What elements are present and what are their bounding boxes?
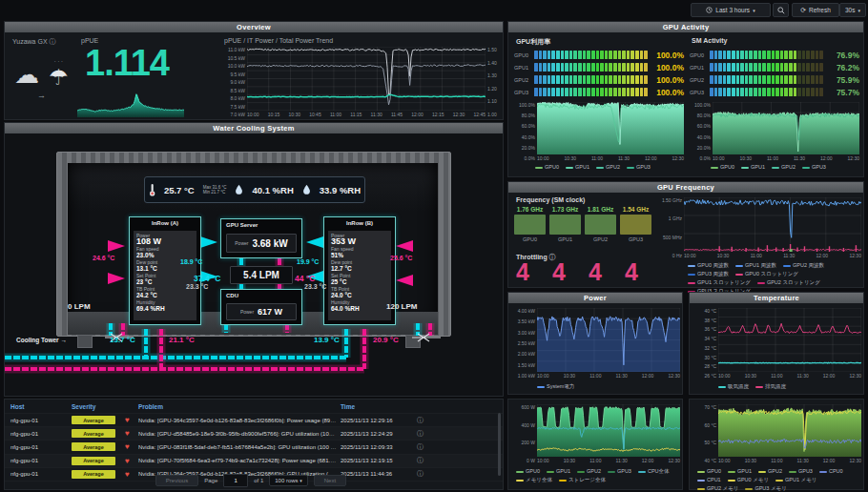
legend-item[interactable]: GPU3 bbox=[802, 164, 826, 171]
cooling-panel-header[interactable]: Water Cooling System bbox=[5, 123, 503, 133]
y-axis: 4.00 kW3.50 kW3.00 kW2.50 kW2.00 kW1.50 … bbox=[512, 308, 537, 379]
legend-item[interactable]: GPU2 bbox=[577, 468, 601, 475]
legend-item[interactable]: GPU0 スロットリング bbox=[735, 271, 798, 277]
legend-item[interactable]: GPU0 bbox=[516, 468, 540, 475]
info-icon[interactable]: ⓘ bbox=[417, 442, 430, 452]
table-row[interactable]: nfg-gpu-01Average♥Nvidia: [GPU-083f1f8-5… bbox=[5, 441, 503, 454]
legend-item[interactable]: GPU2 メモリ bbox=[697, 485, 738, 492]
x-axis: 10:0010:3011:0011:3012:0012:30 bbox=[713, 154, 859, 161]
table-row[interactable]: nfg-gpu-01Average♥Nvidia: [GPU-70f5f684-… bbox=[5, 455, 503, 468]
temperature-panel: Temperature 40 °C38 °C36 °C34 °C32 °C30 … bbox=[689, 292, 864, 395]
power-header[interactable]: Power bbox=[508, 293, 682, 303]
stat-label: GPU0 bbox=[514, 236, 546, 242]
legend-item[interactable]: GPU1 bbox=[566, 164, 589, 171]
gauge-value: 75.9% bbox=[827, 75, 859, 85]
stat-tile bbox=[585, 215, 616, 235]
chevron-down-icon: ▾ bbox=[753, 8, 755, 13]
gpu-activity-header[interactable]: GPU Activity bbox=[508, 22, 863, 32]
col-severity[interactable]: Severity bbox=[72, 403, 125, 410]
env-sensor-bar: 25.7 °C Max 31.6 °CMin 21.7 °C 40.1 %RH … bbox=[144, 176, 365, 203]
legend-item[interactable]: GPU2 bbox=[772, 164, 796, 171]
col-host[interactable]: Host bbox=[10, 403, 72, 410]
legend-item[interactable]: 排気温度 bbox=[755, 383, 786, 390]
series-area bbox=[537, 317, 680, 372]
legend-item[interactable]: GPU2 bbox=[758, 468, 782, 475]
previous-button[interactable]: Previous bbox=[155, 475, 198, 486]
series-area bbox=[537, 102, 684, 154]
throttle-count: 4 bbox=[625, 258, 661, 286]
info-icon[interactable]: ⓘ bbox=[417, 456, 430, 465]
legend-item[interactable]: GPU1 メモリ bbox=[775, 477, 816, 483]
y-axis: 100.0%80.0%60.0%40.0%20.0%0.0% bbox=[688, 102, 713, 161]
inrow-b-power: 353 W bbox=[331, 238, 388, 245]
gpu-activity-panel: GPU Activity GPU利用率 SM Activity GPU0100.… bbox=[507, 21, 864, 177]
table-scrollbar[interactable] bbox=[498, 413, 501, 476]
gauge-row: GPU275.9% bbox=[690, 73, 859, 86]
time-range-picker[interactable]: Last 3 hours ▾ bbox=[691, 3, 771, 17]
gpu-server-cabinet: GPU Server Power 3.68 kW bbox=[220, 218, 302, 258]
component-temp-panel: 70 °C60 °C50 °C40 °C10:0010:3011:0011:30… bbox=[689, 399, 864, 490]
legend-item[interactable]: GPU1 bbox=[741, 164, 765, 171]
legend-item[interactable]: CPU全体 bbox=[638, 468, 670, 475]
legend-item[interactable]: メモリ全体 bbox=[516, 477, 552, 483]
legend-item[interactable]: GPU3 メモリ bbox=[745, 485, 786, 492]
legend-item[interactable]: GPU1 bbox=[547, 468, 570, 475]
legend-item[interactable]: GPU0 メモリ bbox=[728, 477, 769, 483]
power-legend: System電力 bbox=[537, 383, 680, 390]
refresh-interval-picker[interactable]: 30s ▾ bbox=[839, 3, 866, 17]
frequency-stat: 1.81 GHzGPU2 bbox=[585, 206, 616, 242]
legend-item[interactable]: GPU3 bbox=[627, 164, 651, 171]
cdu-cabinet: CDU Power 617 W bbox=[220, 289, 302, 325]
rows-per-page-select[interactable]: 100 rows ▾ bbox=[269, 475, 308, 486]
hot-flow-arrow bbox=[108, 273, 125, 284]
trend-title: pPUE / IT Power / Total Power Trend bbox=[224, 37, 333, 44]
legend-item[interactable]: GPU0 周波数 bbox=[688, 262, 729, 269]
col-problem[interactable]: Problem bbox=[138, 403, 341, 410]
info-icon[interactable]: ⓘ bbox=[417, 429, 430, 439]
cell-host: nfg-gpu-01 bbox=[10, 444, 72, 450]
legend-item[interactable]: GPU1 周波数 bbox=[735, 262, 776, 269]
gauge-label: GPU0 bbox=[514, 52, 534, 58]
legend-item[interactable]: GPU1 スロットリング bbox=[688, 279, 751, 286]
legend-item[interactable]: ストレージ全体 bbox=[559, 477, 606, 483]
gauge-row: GPU375.7% bbox=[690, 86, 859, 98]
metric-value: 23.0% bbox=[136, 252, 194, 258]
overview-panel-header[interactable]: Overview bbox=[5, 22, 503, 32]
gpu-frequency-header[interactable]: GPU Frequency bbox=[508, 182, 863, 193]
inrow-b-inlet-temp: 25.6 °C bbox=[390, 255, 412, 261]
alerts-header-row: Host Severity Problem Time bbox=[5, 400, 503, 414]
table-row[interactable]: nfg-gpu-01Average♥Nvidia: [GPU-d58485e9-… bbox=[5, 427, 503, 441]
legend-item[interactable]: GPU2 bbox=[596, 164, 620, 171]
gauge-label: GPU1 bbox=[690, 65, 710, 71]
legend-item[interactable]: GPU2 スロットリング bbox=[757, 279, 820, 286]
legend-item[interactable]: GPU3 周波数 bbox=[688, 271, 729, 277]
cell-time: 2025/11/13 12:19:15 bbox=[341, 458, 417, 463]
legend-item[interactable]: GPU1 bbox=[728, 468, 752, 475]
legend-item[interactable]: CPU1 bbox=[697, 477, 721, 483]
tower-supply-temp-2: 13.9 °C bbox=[314, 336, 340, 344]
info-icon[interactable]: ⓘ bbox=[50, 38, 56, 45]
legend-item[interactable]: GPU2 周波数 bbox=[783, 262, 824, 269]
sm-legend: GPU0GPU1GPU2GPU3 bbox=[711, 164, 859, 171]
info-icon[interactable]: ⓘ bbox=[417, 416, 430, 425]
refresh-button[interactable]: ⟳ Refresh bbox=[792, 3, 839, 17]
cdu-right-temp: 23.3 °C bbox=[304, 283, 326, 290]
col-time[interactable]: Time bbox=[341, 403, 417, 410]
temperature-header[interactable]: Temperature bbox=[690, 293, 863, 303]
power-panel: Power 4.00 kW3.50 kW3.00 kW2.50 kW2.00 k… bbox=[507, 292, 683, 395]
dashboard: Last 3 hours ▾ ⟳ Refresh 30s ▾ Overview … bbox=[0, 0, 868, 492]
legend-item[interactable]: GPU0 bbox=[535, 164, 559, 171]
legend-item[interactable]: System電力 bbox=[537, 383, 574, 390]
next-button[interactable]: Next bbox=[314, 475, 346, 486]
droplet-icon bbox=[235, 184, 243, 195]
legend-item[interactable]: CPU0 bbox=[819, 468, 843, 475]
table-row[interactable]: nfg-gpu-01Average♥Nvidia: [GPU-364c3597-… bbox=[5, 414, 503, 427]
legend-item[interactable]: GPU3 bbox=[608, 468, 631, 475]
legend-item[interactable]: GPU0 bbox=[711, 164, 734, 171]
page-input[interactable] bbox=[223, 474, 248, 487]
led-bar-gauge bbox=[710, 63, 823, 72]
legend-item[interactable]: GPU0 bbox=[697, 468, 721, 475]
legend-item[interactable]: GPU3 bbox=[789, 468, 813, 475]
legend-item[interactable]: 吸気温度 bbox=[718, 383, 749, 390]
zoom-out-button[interactable] bbox=[773, 3, 789, 17]
